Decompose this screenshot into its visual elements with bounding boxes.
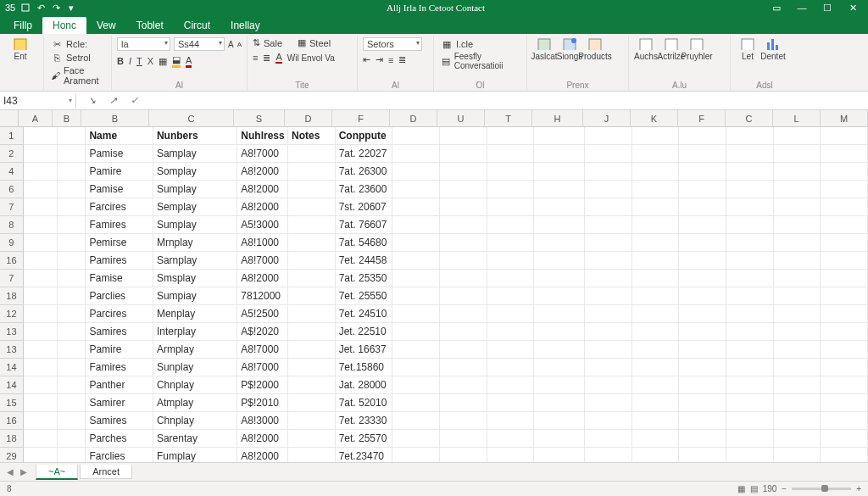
cell[interactable] bbox=[726, 359, 774, 376]
cell[interactable] bbox=[392, 359, 440, 376]
cell[interactable] bbox=[58, 305, 86, 323]
cell[interactable] bbox=[774, 305, 821, 323]
row-header[interactable]: 13 bbox=[0, 341, 24, 359]
cell[interactable] bbox=[534, 198, 585, 216]
cell[interactable] bbox=[632, 341, 680, 359]
cell[interactable]: 7et. 24458 bbox=[336, 252, 393, 270]
cell[interactable]: Panther bbox=[86, 376, 153, 394]
cell[interactable] bbox=[585, 181, 632, 198]
column-header[interactable]: D bbox=[285, 110, 332, 127]
cell[interactable] bbox=[24, 305, 58, 323]
list2-icon[interactable]: ≣ bbox=[398, 54, 406, 65]
cell[interactable] bbox=[585, 198, 632, 216]
setrol-button[interactable]: ⎘Setrol bbox=[49, 51, 106, 64]
cell[interactable] bbox=[440, 145, 487, 163]
cell[interactable]: 7at. 26300 bbox=[336, 163, 393, 181]
cell[interactable] bbox=[58, 163, 86, 181]
row-header[interactable]: 18 bbox=[0, 430, 24, 448]
cell[interactable] bbox=[288, 163, 336, 181]
cell[interactable]: A8!7000 bbox=[237, 145, 288, 163]
cell[interactable]: Samplay bbox=[153, 145, 237, 163]
cell[interactable]: 7at. 52010 bbox=[336, 394, 393, 412]
cell[interactable] bbox=[585, 394, 632, 412]
cell[interactable] bbox=[487, 305, 535, 323]
cell[interactable] bbox=[774, 216, 821, 234]
cell[interactable] bbox=[534, 394, 585, 412]
cell[interactable] bbox=[726, 305, 774, 323]
cell[interactable] bbox=[821, 394, 868, 412]
cell[interactable] bbox=[632, 163, 680, 181]
row-header[interactable]: 1 bbox=[0, 127, 24, 145]
cell[interactable] bbox=[632, 430, 680, 448]
cell[interactable] bbox=[679, 430, 726, 448]
cell[interactable] bbox=[487, 394, 535, 412]
row-header[interactable]: 16 bbox=[0, 252, 24, 270]
cell[interactable] bbox=[24, 127, 58, 145]
cell[interactable] bbox=[585, 323, 632, 341]
row-header[interactable]: 16 bbox=[0, 412, 24, 430]
cell[interactable] bbox=[392, 163, 440, 181]
cell[interactable]: Armplay bbox=[153, 341, 237, 359]
cell[interactable] bbox=[487, 181, 535, 198]
border-icon[interactable]: ▦ bbox=[159, 56, 167, 67]
cell[interactable] bbox=[632, 252, 680, 270]
cell[interactable] bbox=[821, 145, 868, 163]
cell[interactable] bbox=[534, 163, 585, 181]
cell[interactable] bbox=[774, 287, 821, 305]
cell[interactable] bbox=[58, 430, 86, 448]
cell[interactable]: Smsplay bbox=[153, 270, 237, 287]
cell[interactable] bbox=[632, 216, 680, 234]
cell[interactable]: Jat. 28000 bbox=[336, 376, 393, 394]
cell[interactable] bbox=[679, 359, 726, 376]
cell[interactable] bbox=[534, 234, 585, 252]
cell[interactable] bbox=[821, 359, 868, 376]
cell[interactable] bbox=[821, 323, 868, 341]
cell[interactable] bbox=[821, 376, 868, 394]
cell[interactable] bbox=[24, 359, 58, 376]
cell[interactable] bbox=[288, 198, 336, 216]
cell[interactable] bbox=[585, 145, 632, 163]
cell[interactable] bbox=[534, 216, 585, 234]
cell[interactable] bbox=[774, 198, 821, 216]
cell[interactable]: Pamire bbox=[86, 341, 153, 359]
tab-home[interactable]: Honc bbox=[42, 17, 86, 34]
cell[interactable] bbox=[392, 198, 440, 216]
cell[interactable] bbox=[632, 287, 680, 305]
cell[interactable] bbox=[58, 323, 86, 341]
cell[interactable] bbox=[24, 163, 58, 181]
row-header[interactable]: 15 bbox=[0, 394, 24, 412]
cell[interactable]: 7et. 25550 bbox=[336, 287, 393, 305]
cell[interactable] bbox=[487, 127, 535, 145]
rcle-button[interactable]: ✂Rcle: bbox=[49, 37, 106, 51]
email-label[interactable]: Wil Envol Va bbox=[287, 53, 335, 63]
cell[interactable] bbox=[632, 198, 680, 216]
cell[interactable] bbox=[24, 216, 58, 234]
column-header[interactable]: M bbox=[821, 110, 868, 127]
row-header[interactable]: 12 bbox=[0, 305, 24, 323]
cell[interactable] bbox=[821, 181, 868, 198]
sort-icon[interactable]: ⇅ bbox=[253, 37, 260, 48]
cell[interactable]: Mrnplay bbox=[153, 234, 237, 252]
align-left-icon[interactable]: ≡ bbox=[253, 53, 258, 63]
cell[interactable] bbox=[58, 412, 86, 430]
cell[interactable] bbox=[58, 252, 86, 270]
view-layout-icon[interactable]: ▤ bbox=[750, 484, 758, 493]
cell[interactable]: A8!2000 bbox=[237, 163, 288, 181]
cell[interactable] bbox=[440, 163, 487, 181]
tab-view[interactable]: Vew bbox=[86, 17, 126, 34]
cell[interactable] bbox=[487, 359, 535, 376]
cell[interactable] bbox=[440, 341, 487, 359]
cell[interactable] bbox=[392, 305, 440, 323]
cell[interactable] bbox=[679, 216, 726, 234]
row-header[interactable]: 7 bbox=[0, 270, 24, 287]
save-icon[interactable] bbox=[20, 3, 31, 13]
cell[interactable]: Pemirse bbox=[86, 234, 153, 252]
cell[interactable]: Notes bbox=[288, 127, 336, 145]
cell[interactable] bbox=[632, 234, 680, 252]
sheet-nav-next-icon[interactable]: ▶ bbox=[17, 467, 31, 476]
cell[interactable] bbox=[392, 430, 440, 448]
cell[interactable] bbox=[774, 127, 821, 145]
cell[interactable] bbox=[288, 376, 336, 394]
cell[interactable] bbox=[726, 234, 774, 252]
cell[interactable]: Chnplay bbox=[153, 376, 237, 394]
